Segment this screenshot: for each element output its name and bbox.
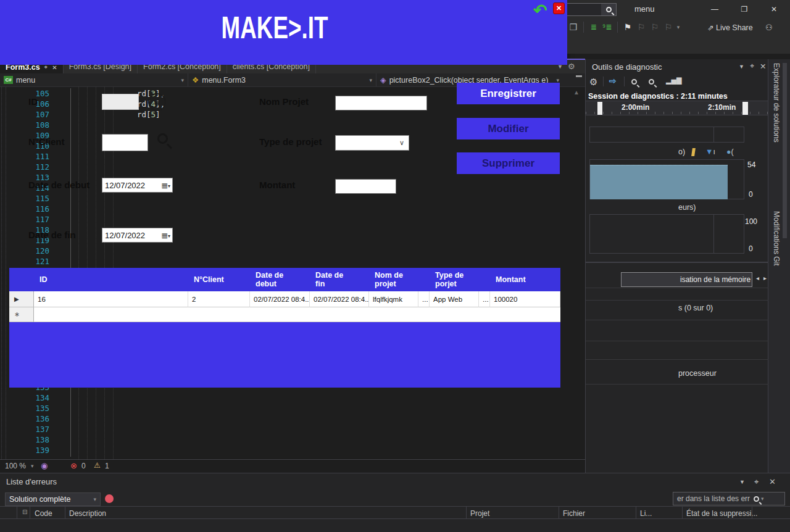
column-header-description[interactable]: Description <box>69 509 106 518</box>
prev-bookmark-icon[interactable]: ⚐ <box>636 20 647 34</box>
warning-count[interactable]: 1 <box>105 462 109 470</box>
grid-column-header[interactable]: Date de fin <box>310 268 369 291</box>
warning-badge-icon[interactable]: ⚠ <box>94 461 101 470</box>
client-field[interactable] <box>102 134 148 151</box>
refresh-id-icon[interactable]: ⇆ <box>148 93 166 111</box>
errlist-close-icon[interactable]: ✕ <box>769 477 776 486</box>
calendar-icon[interactable]: ▦▾ <box>162 231 170 239</box>
grid-column-header[interactable]: Montant <box>490 268 560 291</box>
diag-dropdown-icon[interactable]: ▼ <box>739 64 744 70</box>
diag-chart-icon[interactable]: ▂▅▇ <box>666 77 681 85</box>
memory-usage-tab[interactable]: isation de la mémoire <box>621 272 752 287</box>
client-search-icon[interactable] <box>157 133 168 146</box>
error-search-dropdown-icon[interactable]: ▾ <box>761 496 764 502</box>
close-button[interactable]: ✕ <box>760 0 788 19</box>
git-changes-tab[interactable]: Modifications Git <box>772 211 781 266</box>
column-header-project[interactable]: Projet <box>470 509 489 518</box>
bookmarks-dropdown-icon[interactable]: ▾ <box>677 24 680 30</box>
splitter-handle[interactable] <box>576 75 582 77</box>
bookmark-icon[interactable]: ⚑ <box>622 20 633 34</box>
zoom-dropdown-icon[interactable]: ▾ <box>31 463 34 469</box>
ruler-scrubber[interactable] <box>597 102 602 115</box>
diag-export-icon[interactable]: ⇨ <box>609 76 617 86</box>
diag-zoom-out-icon[interactable] <box>649 78 654 86</box>
tab-close-icon[interactable]: ✕ <box>52 64 57 71</box>
error-search-icon[interactable] <box>754 494 759 504</box>
minimize-button[interactable]: — <box>701 0 729 19</box>
live-share-icon[interactable]: ⇗ Live Share <box>707 23 753 32</box>
tab-scroll-right-icon[interactable]: ▸ <box>763 275 767 281</box>
new-row-header[interactable]: ∗ <box>9 307 34 322</box>
clear-bookmarks-icon[interactable]: ⚐ <box>663 20 674 34</box>
tab-scroll-left-icon[interactable]: ◂ <box>756 275 759 281</box>
error-search-input[interactable]: er dans la liste des err ▾ <box>673 492 785 505</box>
error-scope-combo[interactable]: Solution complète▾ <box>5 493 101 506</box>
grid-cell[interactable] <box>34 307 560 322</box>
delete-button[interactable]: Supprimer <box>457 152 560 174</box>
grid-data-row[interactable]: ▶16202/07/2022 08:4...02/07/2022 08:4...… <box>9 291 560 307</box>
grid-column-header[interactable]: ID <box>34 268 188 291</box>
grid-cell[interactable]: App Web <box>430 291 479 307</box>
severity-filter-icon[interactable]: ⊟ <box>22 509 27 515</box>
code-line[interactable]: rd[5] <box>137 109 165 120</box>
line-number[interactable]: 135 <box>26 403 49 414</box>
errlist-dropdown-icon[interactable]: ▼ <box>739 479 745 485</box>
grid-column-header[interactable]: Date de debut <box>250 268 310 291</box>
next-bookmark-icon[interactable]: ⚐ <box>649 20 660 34</box>
errors-filter-icon[interactable] <box>105 494 114 503</box>
grid-cell[interactable]: lfqlfkjqmk <box>369 291 418 307</box>
grid-column-header[interactable]: N°Client <box>188 268 250 291</box>
form-close-button[interactable]: ✕ <box>553 2 565 14</box>
diag-pin-icon[interactable]: ⌖ <box>750 62 754 71</box>
row-header[interactable]: ▶ <box>9 291 34 307</box>
error-badge-icon[interactable]: ⊗ <box>70 461 77 470</box>
errlist-pin-icon[interactable]: ⌖ <box>754 477 759 487</box>
calendar-icon[interactable]: ▦▾ <box>162 181 170 189</box>
date-fin-picker[interactable]: 12/07/2022 ▦▾ <box>102 228 173 243</box>
line-number[interactable]: 136 <box>26 414 49 424</box>
diag-zoom-in-icon[interactable] <box>631 78 637 86</box>
line-number[interactable]: 138 <box>26 434 49 445</box>
projects-datagrid[interactable]: IDN°ClientDate de debutDate de finNom de… <box>9 268 560 322</box>
line-number[interactable]: 111 <box>26 151 49 162</box>
grid-cell[interactable]: ... <box>418 291 430 307</box>
column-header-suppression[interactable]: État de la suppressi... <box>686 509 757 518</box>
error-count[interactable]: 0 <box>81 462 86 470</box>
intellisense-icon[interactable]: ◉ <box>41 461 48 470</box>
edit-button[interactable]: Modifier <box>457 118 560 139</box>
comment-lines-icon[interactable]: ≣ <box>588 20 599 34</box>
zoom-level[interactable]: 100 % <box>5 462 26 470</box>
tab-gear-icon[interactable]: ⚙ <box>568 62 575 71</box>
type-projet-combo[interactable]: ∨ <box>335 135 409 151</box>
grid-cell[interactable]: 02/07/2022 08:4... <box>250 291 310 307</box>
grid-column-header[interactable] <box>418 268 430 291</box>
grid-column-header[interactable]: Nom de projet <box>369 268 418 291</box>
scrollbar-up-icon[interactable]: ▲ <box>573 89 580 96</box>
grid-cell[interactable]: 2 <box>188 291 250 307</box>
grid-column-header[interactable]: Type de porjet <box>430 268 479 291</box>
ruler-scrubber[interactable] <box>742 102 748 115</box>
grid-cell[interactable]: 02/07/2022 08:4... <box>310 291 369 307</box>
uncomment-lines-icon[interactable]: ⁹≣ <box>602 20 613 34</box>
restore-button[interactable]: ❐ <box>730 0 759 19</box>
feedback-icon[interactable]: ⚇ <box>765 23 773 32</box>
project-dropdown[interactable]: C# menu ▾ <box>0 73 188 86</box>
solution-explorer-tab[interactable]: Explorateur de solutions <box>772 63 781 143</box>
save-button[interactable]: Enregistrer <box>457 83 560 104</box>
type-dropdown[interactable]: ❖ menu.Form3 ▾ <box>188 73 376 86</box>
line-number[interactable]: 139 <box>26 445 49 455</box>
nom-projet-field[interactable] <box>335 96 427 110</box>
line-number[interactable]: 107 <box>26 109 49 120</box>
line-number[interactable]: 116 <box>26 204 49 214</box>
grid-new-row[interactable]: ∗ <box>9 307 560 322</box>
column-header-line[interactable]: Li... <box>640 509 652 518</box>
line-number[interactable]: 121 <box>26 256 49 267</box>
grid-cell[interactable]: ... <box>479 291 490 307</box>
column-header-code[interactable]: Code <box>35 509 52 518</box>
grid-cell[interactable]: 100020 <box>490 291 560 307</box>
line-number[interactable]: 115 <box>26 193 49 204</box>
diag-timeline-ruler[interactable]: 2:00min 2:10min <box>586 101 768 115</box>
line-number[interactable]: 117 <box>26 214 49 225</box>
montant-field[interactable] <box>335 179 396 194</box>
diag-settings-icon[interactable]: ⚙ <box>589 77 597 88</box>
